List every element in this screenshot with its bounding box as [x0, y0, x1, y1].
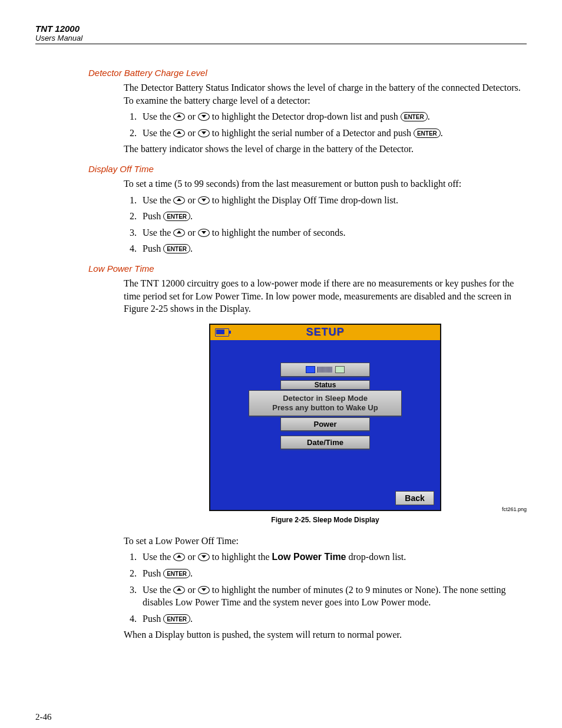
- page-number: 2-46: [35, 712, 527, 722]
- sleep-overlay-line2: Press any button to Wake Up: [252, 403, 399, 413]
- sleep-overlay-line1: Detector in Sleep Mode: [252, 394, 399, 403]
- battery-step-1: Use the or to highlight the Detector dro…: [139, 110, 527, 123]
- display-off-step-2: Push ENTER.: [139, 210, 527, 223]
- image-filename: fct261.png: [502, 506, 527, 512]
- down-icon: [198, 553, 210, 561]
- down-icon: [198, 229, 210, 237]
- screen-button-detector: [280, 363, 370, 377]
- doc-subtitle: Users Manual: [35, 34, 527, 42]
- screen-title: SETUP: [306, 326, 344, 338]
- down-icon: [198, 586, 210, 594]
- status-mini-icon: [335, 366, 345, 373]
- low-power-outro: When a Display button is pushed, the sys…: [124, 628, 527, 641]
- down-icon: [198, 129, 210, 137]
- enter-key: ENTER: [163, 569, 190, 578]
- heading-display-off: Display Off Time: [88, 164, 527, 174]
- low-power-step-3: Use the or to highlight the number of mi…: [139, 584, 527, 609]
- display-off-step-1: Use the or to highlight the Display Off …: [139, 194, 527, 207]
- sleep-overlay: Detector in Sleep Mode Press any button …: [249, 390, 402, 417]
- up-icon: [173, 553, 185, 561]
- battery-outro: The battery indicator shows the level of…: [124, 143, 527, 156]
- battery-step-2: Use the or to highlight the serial numbe…: [139, 127, 527, 140]
- screen-body: Status Detector in Sleep Mode Press any …: [210, 340, 440, 510]
- device-screen: SETUP Status Detector in Sleep Mode Pres…: [209, 324, 441, 511]
- barcode-icon: [318, 367, 333, 373]
- screen-button-datetime: Date/Time: [280, 436, 370, 449]
- enter-key: ENTER: [163, 614, 190, 624]
- display-off-intro: To set a time (5 to 99 seconds) from the…: [124, 177, 527, 190]
- page-header: TNT 12000 Users Manual: [35, 24, 527, 44]
- enter-key: ENTER: [414, 129, 441, 138]
- screen-button-back: Back: [395, 491, 434, 505]
- doc-title: TNT 12000: [35, 24, 527, 34]
- heading-battery: Detector Battery Charge Level: [88, 68, 527, 78]
- battery-steps: Use the or to highlight the Detector dro…: [124, 110, 527, 139]
- low-power-after-fig: To set a Low Power Off Time:: [124, 535, 527, 548]
- up-icon: [173, 229, 185, 237]
- battery-icon: [215, 328, 229, 337]
- low-power-step-4: Push ENTER.: [139, 612, 527, 625]
- detector-mini-icon: [306, 366, 315, 373]
- low-power-intro: The TNT 12000 circuitry goes to a low-po…: [124, 277, 527, 315]
- figure-sleep-mode: SETUP Status Detector in Sleep Mode Pres…: [124, 324, 527, 511]
- up-icon: [173, 196, 185, 205]
- enter-key: ENTER: [163, 212, 190, 221]
- down-icon: [198, 113, 210, 121]
- down-icon: [198, 196, 210, 205]
- display-off-steps: Use the or to highlight the Display Off …: [124, 194, 527, 255]
- enter-key: ENTER: [401, 112, 428, 121]
- display-off-step-4: Push ENTER.: [139, 242, 527, 255]
- up-icon: [173, 129, 185, 137]
- enter-key: ENTER: [163, 244, 190, 253]
- low-power-steps: Use the or to highlight the Low Power Ti…: [124, 551, 527, 625]
- up-icon: [173, 113, 185, 121]
- low-power-step-2: Push ENTER.: [139, 567, 527, 580]
- display-off-step-3: Use the or to highlight the number of se…: [139, 226, 527, 239]
- heading-low-power: Low Power Time: [88, 263, 527, 274]
- battery-intro: The Detector Battery Status Indicator sh…: [124, 81, 527, 107]
- up-icon: [173, 586, 185, 594]
- low-power-step-1: Use the or to highlight the Low Power Ti…: [139, 551, 527, 564]
- figure-caption: Figure 2-25. Sleep Mode Display: [124, 516, 527, 524]
- screen-button-status-partial: Status: [280, 380, 370, 390]
- screen-titlebar: SETUP: [210, 325, 440, 340]
- screen-button-power: Power: [280, 417, 370, 431]
- low-power-time-bold: Low Power Time: [272, 552, 346, 562]
